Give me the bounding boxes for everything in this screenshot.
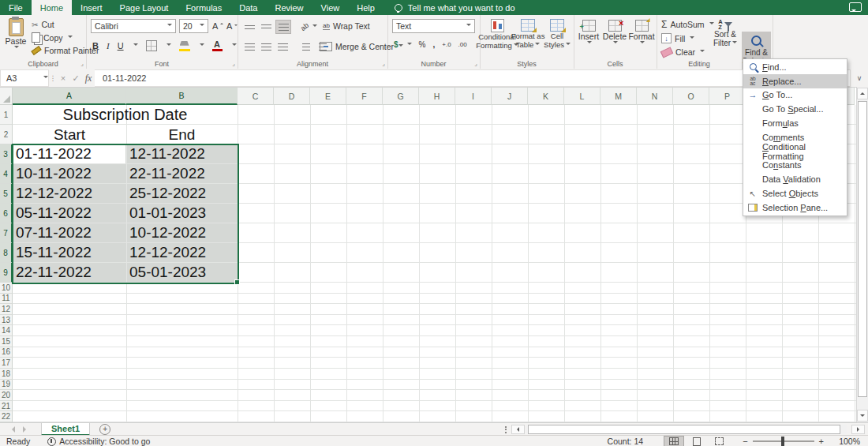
autosum-button[interactable]: Σ AutoSum — [661, 19, 714, 30]
next-sheet-button[interactable] — [19, 423, 30, 436]
row-header-8[interactable]: 8 — [0, 243, 13, 263]
column-header-d[interactable]: D — [274, 88, 310, 105]
menu-tab-view[interactable]: View — [312, 0, 349, 15]
column-header-f[interactable]: F — [346, 88, 383, 105]
page-layout-view-button[interactable] — [687, 437, 706, 446]
scroll-left-button[interactable] — [511, 425, 525, 434]
row-header-20[interactable]: 20 — [0, 390, 13, 401]
row-header-9[interactable]: 9 — [0, 263, 13, 283]
confirm-entry-button[interactable]: ✓ — [69, 69, 82, 87]
row-header-17[interactable]: 17 — [0, 358, 13, 369]
menu-tab-file[interactable]: File — [0, 0, 32, 15]
menu-tab-page-layout[interactable]: Page Layout — [111, 0, 178, 15]
bottom-align-button[interactable] — [275, 20, 291, 34]
menu-item-selection-pane[interactable]: Selection Pane... — [743, 201, 847, 215]
column-header-j[interactable]: J — [492, 88, 528, 105]
increase-decimal-button[interactable]: +.0 — [442, 41, 451, 48]
column-header-a[interactable]: A — [13, 88, 126, 105]
underline-button[interactable]: U — [118, 42, 124, 50]
delete-dropdown-arrow[interactable] — [613, 41, 618, 46]
shrink-font-button[interactable]: A — [226, 21, 232, 31]
column-header-p[interactable]: P — [709, 88, 746, 105]
cell-title-a1[interactable]: Subscription Date — [13, 105, 238, 125]
row-header-6[interactable]: 6 — [0, 204, 13, 223]
menu-item-find[interactable]: Find... — [743, 60, 847, 74]
insert-dropdown-arrow[interactable] — [587, 41, 592, 46]
grow-font-button[interactable]: A — [212, 21, 218, 31]
cut-button[interactable]: ✂ Cut — [32, 20, 54, 29]
orientation-dropdown-arrow[interactable] — [312, 24, 317, 29]
middle-align-button[interactable] — [259, 21, 273, 33]
column-header-o[interactable]: O — [673, 88, 709, 105]
row-header-3[interactable]: 3 — [0, 144, 13, 164]
cell-header-start[interactable]: Start — [13, 125, 126, 144]
menu-tab-home[interactable]: Home — [32, 0, 72, 15]
menu-tab-review[interactable]: Review — [266, 0, 312, 15]
wrap-text-button[interactable]: ab Wrap Text — [323, 21, 370, 31]
row-header-1[interactable]: 1 — [0, 105, 13, 125]
new-sheet-button[interactable]: + — [99, 423, 110, 436]
comments-bubble-icon[interactable] — [849, 2, 862, 12]
prev-sheet-button[interactable] — [8, 423, 19, 436]
scroll-up-button[interactable] — [857, 88, 868, 99]
accounting-format-button[interactable]: $ — [394, 40, 398, 49]
number-format-select[interactable]: Text — [392, 19, 475, 33]
borders-dropdown-arrow[interactable] — [166, 43, 171, 48]
cancel-entry-button[interactable]: × — [57, 69, 69, 87]
column-header-e[interactable]: E — [310, 88, 346, 105]
formula-input[interactable]: 01-11-2022 — [95, 69, 851, 87]
font-dialog-launcher[interactable]: ⌟ — [232, 60, 235, 67]
row-header-4[interactable]: 4 — [0, 164, 13, 184]
number-dialog-launcher[interactable]: ⌟ — [474, 60, 477, 67]
menu-item-data-validation[interactable]: Data Validation — [743, 172, 847, 186]
row-header-14[interactable]: 14 — [0, 325, 13, 336]
zoom-slider[interactable] — [753, 440, 814, 442]
font-color-button[interactable]: A — [212, 40, 223, 51]
row-header-5[interactable]: 5 — [0, 184, 13, 204]
menu-tab-data[interactable]: Data — [230, 0, 266, 15]
column-header-l[interactable]: L — [564, 88, 600, 105]
percent-style-button[interactable]: % — [419, 40, 426, 49]
zoom-out-button[interactable]: − — [738, 437, 752, 446]
normal-view-button[interactable] — [664, 436, 684, 446]
row-header-19[interactable]: 19 — [0, 380, 13, 391]
format-as-table-button[interactable]: Format as Table — [513, 19, 543, 49]
menu-item-conditional-formatting[interactable]: Conditional Formatting — [743, 144, 847, 159]
row-header-13[interactable]: 13 — [0, 315, 13, 326]
underline-dropdown-arrow[interactable] — [133, 43, 138, 48]
menu-tab-help[interactable]: Help — [348, 0, 383, 15]
row-header-22[interactable]: 22 — [0, 411, 13, 422]
row-header-2[interactable]: 2 — [0, 125, 13, 144]
font-size-select[interactable]: 20 — [179, 19, 208, 33]
menu-item-select-objects[interactable]: ↖Select Objects — [743, 186, 847, 201]
menu-tab-insert[interactable]: Insert — [72, 0, 111, 15]
column-header-m[interactable]: M — [600, 88, 637, 105]
fill-button[interactable]: ↓ Fill — [661, 33, 694, 43]
insert-cells-button[interactable]: + Insert — [577, 20, 600, 46]
format-cells-button[interactable]: Format — [629, 20, 654, 46]
align-left-button[interactable] — [242, 40, 256, 53]
menu-item-formulas[interactable]: Formulas — [743, 116, 847, 130]
name-box-dropdown-arrow[interactable] — [43, 76, 48, 81]
row-header-10[interactable]: 10 — [0, 283, 13, 294]
bold-button[interactable]: B — [92, 42, 99, 50]
name-box[interactable]: A3 — [0, 69, 49, 87]
selection-fill-handle[interactable] — [234, 279, 240, 285]
scroll-down-button[interactable] — [857, 410, 868, 422]
vertical-scroll-thumb[interactable] — [858, 101, 867, 397]
column-header-b[interactable]: B — [126, 88, 238, 105]
row-header-18[interactable]: 18 — [0, 369, 13, 380]
fill-dropdown-arrow[interactable] — [690, 36, 694, 41]
row-header-16[interactable]: 16 — [0, 347, 13, 358]
conditional-formatting-button[interactable]: Conditional Formatting — [481, 19, 513, 50]
column-header-i[interactable]: I — [455, 88, 492, 105]
page-break-view-button[interactable] — [709, 437, 728, 446]
decrease-indent-button[interactable] — [299, 40, 313, 53]
borders-button[interactable] — [146, 40, 157, 51]
sort-filter-button[interactable]: AZ Sort & Filter — [710, 19, 740, 47]
accounting-dropdown-arrow[interactable] — [407, 43, 412, 47]
cell-styles-button[interactable]: Cell Styles — [543, 19, 571, 49]
fill-color-dropdown-arrow[interactable] — [200, 43, 204, 48]
row-header-12[interactable]: 12 — [0, 304, 13, 315]
copy-dropdown-arrow[interactable] — [68, 36, 73, 40]
